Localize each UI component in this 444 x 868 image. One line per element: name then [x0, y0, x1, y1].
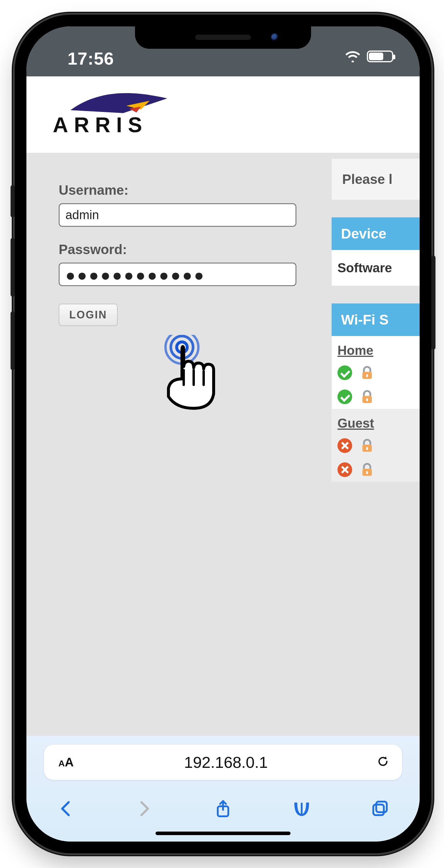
lock-icon	[360, 462, 374, 477]
wifi-card-header: Wi-Fi S	[332, 304, 420, 336]
tap-cursor-overlay	[156, 335, 220, 411]
svg-text:ARRIS: ARRIS	[53, 113, 148, 136]
device-card: Device Software	[332, 217, 420, 286]
software-row[interactable]: Software	[332, 250, 420, 286]
lock-icon	[360, 438, 374, 453]
forward-button	[135, 799, 154, 819]
lock-icon	[360, 390, 374, 404]
front-camera	[271, 33, 279, 41]
wifi-guest-title[interactable]: Guest	[332, 409, 420, 434]
username-label: Username:	[59, 182, 296, 198]
username-input[interactable]	[59, 203, 296, 227]
speaker-grille	[195, 35, 251, 40]
password-label: Password:	[59, 242, 296, 257]
svg-point-1	[177, 342, 187, 352]
status-disabled-icon	[338, 462, 352, 477]
svg-point-3	[166, 335, 198, 364]
wifi-home-title[interactable]: Home	[332, 336, 420, 361]
wifi-guest-row-1	[332, 434, 420, 458]
browser-chrome: AA 192.168.0.1	[26, 736, 420, 842]
svg-rect-5	[366, 374, 368, 377]
lock-icon	[360, 365, 374, 380]
address-url[interactable]: 192.168.0.1	[88, 753, 364, 771]
reader-aa-button[interactable]: AA	[44, 755, 88, 769]
status-enabled-icon	[338, 365, 352, 380]
svg-rect-11	[366, 471, 368, 474]
wifi-home-row-1	[332, 361, 420, 385]
volume-down-button	[10, 311, 15, 370]
home-indicator[interactable]	[156, 832, 291, 835]
wifi-icon	[345, 51, 361, 62]
svg-rect-9	[366, 447, 368, 450]
phone-frame: 17:56	[15, 15, 432, 853]
svg-rect-14	[373, 805, 384, 815]
wifi-home-row-2	[332, 385, 420, 409]
status-time: 17:56	[68, 49, 114, 69]
address-bar[interactable]: AA 192.168.0.1	[44, 745, 402, 780]
login-button[interactable]: LOGIN	[59, 304, 118, 326]
svg-point-2	[171, 336, 193, 359]
battery-icon	[367, 51, 393, 62]
status-enabled-icon	[338, 390, 352, 404]
bookmarks-button[interactable]	[292, 799, 311, 819]
arris-logo: ARRIS	[53, 93, 170, 136]
password-input[interactable]	[59, 262, 296, 286]
tabs-button[interactable]	[371, 799, 390, 819]
share-button[interactable]	[214, 799, 232, 819]
svg-rect-7	[366, 398, 368, 401]
wifi-guest-row-2	[332, 458, 420, 482]
notch	[135, 26, 311, 49]
reload-button[interactable]	[364, 753, 402, 771]
login-form: Username: Password: LOGIN	[59, 182, 296, 326]
please-login-text: Please l	[342, 171, 392, 187]
power-button	[432, 255, 436, 349]
mute-switch	[10, 185, 15, 217]
volume-up-button	[10, 238, 15, 297]
back-button[interactable]	[56, 799, 75, 819]
brand-header: ARRIS	[26, 76, 420, 153]
wifi-card: Wi-Fi S Home	[332, 304, 420, 482]
status-disabled-icon	[338, 438, 352, 453]
side-panel: Please l Device Software Wi-Fi S Home	[332, 159, 420, 736]
svg-rect-13	[376, 802, 387, 812]
please-login-banner: Please l	[332, 159, 420, 200]
device-card-header: Device	[332, 217, 420, 250]
page-content: ARRIS Username: Password: LOGIN	[26, 76, 420, 736]
browser-toolbar	[26, 792, 420, 827]
